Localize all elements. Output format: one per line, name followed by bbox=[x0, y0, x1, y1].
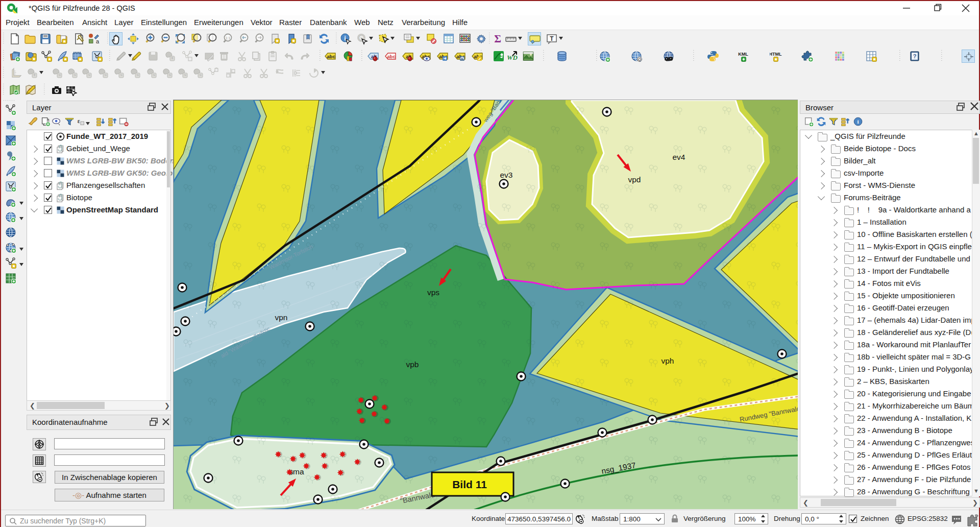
svg-text:T: T bbox=[550, 35, 554, 42]
svg-text:~: ~ bbox=[74, 73, 76, 78]
svg-text:vps: vps bbox=[427, 288, 439, 297]
svg-text:~: ~ bbox=[104, 73, 107, 78]
svg-text:ev4: ev4 bbox=[673, 153, 685, 161]
svg-text:~: ~ bbox=[168, 73, 171, 78]
svg-text:Q: Q bbox=[638, 57, 641, 62]
svg-text:vpb: vpb bbox=[406, 360, 419, 369]
svg-text:vph: vph bbox=[662, 356, 674, 365]
svg-text:?: ? bbox=[913, 53, 917, 59]
svg-text:abc: abc bbox=[387, 54, 395, 59]
svg-text:a: a bbox=[96, 38, 100, 44]
svg-text:KML: KML bbox=[738, 52, 748, 57]
svg-text:~: ~ bbox=[88, 73, 90, 78]
svg-text:vpd: vpd bbox=[628, 175, 641, 184]
svg-text:~: ~ bbox=[136, 73, 139, 78]
svg-text:Bild 11: Bild 11 bbox=[452, 478, 487, 490]
svg-text:ε: ε bbox=[78, 117, 80, 125]
svg-text:~: ~ bbox=[58, 73, 61, 78]
svg-text:ev3: ev3 bbox=[500, 171, 513, 179]
svg-text:~: ~ bbox=[120, 73, 122, 78]
svg-text:~: ~ bbox=[184, 73, 186, 78]
svg-text:HTML: HTML bbox=[770, 52, 782, 57]
svg-text:+: + bbox=[171, 56, 174, 61]
svg-text:WD: WD bbox=[507, 54, 518, 61]
svg-text:1:1: 1:1 bbox=[226, 36, 231, 40]
svg-text:vpn: vpn bbox=[275, 313, 288, 322]
svg-text:~: ~ bbox=[153, 73, 155, 78]
svg-text:abc: abc bbox=[327, 54, 335, 59]
svg-text:Σ: Σ bbox=[494, 33, 501, 45]
svg-text:~: ~ bbox=[199, 73, 202, 78]
svg-text:i: i bbox=[857, 118, 859, 125]
svg-text:+: + bbox=[33, 73, 36, 78]
svg-text:i: i bbox=[344, 34, 346, 42]
